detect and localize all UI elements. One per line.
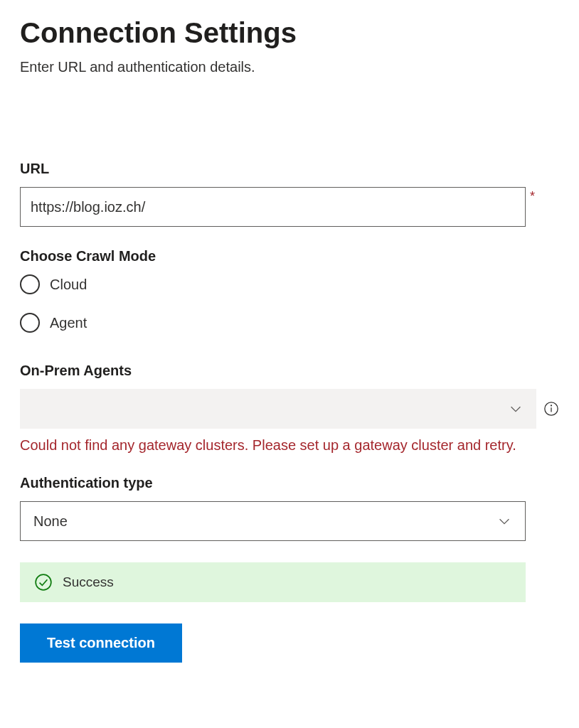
- page-title: Connection Settings: [20, 17, 559, 49]
- url-label: URL: [20, 161, 559, 177]
- onprem-error: Could not find any gateway clusters. Ple…: [20, 437, 559, 454]
- test-connection-button[interactable]: Test connection: [20, 623, 182, 663]
- radio-label-cloud: Cloud: [50, 277, 87, 293]
- crawl-mode-label: Choose Crawl Mode: [20, 248, 559, 264]
- svg-point-3: [36, 574, 51, 590]
- crawl-mode-cloud[interactable]: Cloud: [20, 274, 559, 294]
- auth-type-value: None: [33, 513, 68, 530]
- status-text: Success: [63, 574, 114, 590]
- radio-icon: [20, 274, 40, 294]
- radio-label-agent: Agent: [50, 315, 87, 331]
- radio-icon: [20, 313, 40, 333]
- success-check-icon: [34, 573, 53, 592]
- chevron-down-icon: [508, 401, 524, 417]
- onprem-info-icon[interactable]: [543, 401, 559, 417]
- page-subtitle: Enter URL and authentication details.: [20, 59, 559, 75]
- onprem-label: On-Prem Agents: [20, 363, 559, 379]
- auth-type-label: Authentication type: [20, 475, 559, 491]
- chevron-down-icon: [496, 513, 512, 529]
- crawl-mode-group: Cloud Agent: [20, 274, 559, 333]
- svg-point-2: [551, 405, 552, 406]
- required-indicator: *: [530, 190, 535, 203]
- auth-type-select[interactable]: None: [20, 501, 526, 541]
- url-input[interactable]: [20, 187, 526, 227]
- onprem-select[interactable]: [20, 389, 536, 429]
- status-banner: Success: [20, 562, 526, 602]
- crawl-mode-agent[interactable]: Agent: [20, 313, 559, 333]
